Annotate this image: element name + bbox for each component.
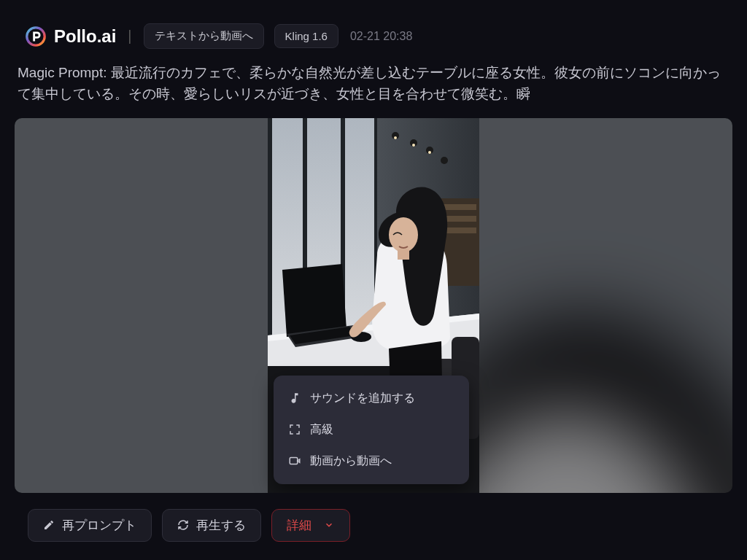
- button-label: 再プロンプト: [62, 517, 136, 534]
- timestamp: 02-21 20:38: [350, 30, 412, 43]
- svg-rect-33: [398, 249, 409, 260]
- music-note-icon: [288, 392, 301, 405]
- mode-pill[interactable]: テキストから動画へ: [144, 23, 264, 49]
- menu-item-video-to-video[interactable]: 動画から動画へ: [274, 446, 469, 477]
- fullscreen-icon: [288, 423, 301, 436]
- svg-point-17: [412, 144, 415, 147]
- svg-point-18: [428, 151, 431, 154]
- menu-item-label: サウンドを追加する: [310, 391, 415, 406]
- svg-marker-28: [282, 264, 347, 337]
- mode-label: テキストから動画へ: [155, 29, 253, 42]
- chevron-down-icon: [323, 519, 335, 531]
- svg-rect-7: [268, 118, 272, 337]
- header-divider: |: [128, 28, 131, 44]
- prompt-body: 最近流行のカフェで、柔らかな自然光が差し込むテーブルに座る女性。彼女の前にソコン…: [18, 65, 721, 101]
- brand-name: Pollo.ai: [54, 26, 116, 47]
- button-label: 詳細: [287, 517, 311, 534]
- prompt-label: Magic Prompt:: [18, 65, 107, 80]
- video-loop-icon: [288, 454, 301, 467]
- menu-item-label: 高級: [310, 422, 333, 438]
- pollo-logo-icon: [25, 26, 47, 47]
- header-bar: Pollo.ai | テキストから動画へ Kling 1.6 02-21 20:…: [0, 0, 747, 62]
- reprompt-button[interactable]: 再プロンプト: [28, 509, 152, 542]
- svg-point-16: [394, 136, 397, 139]
- model-label: Kling 1.6: [285, 30, 328, 42]
- footer-actions: 再プロンプト 再生する 詳細: [0, 509, 747, 542]
- details-button[interactable]: 詳細: [271, 509, 350, 542]
- generated-image-area[interactable]: サウンドを追加する 高級 動画から動画へ: [15, 118, 732, 493]
- menu-item-label: 動画から動画へ: [310, 454, 392, 469]
- pencil-icon: [43, 519, 55, 531]
- model-pill[interactable]: Kling 1.6: [274, 24, 338, 48]
- button-label: 再生する: [196, 517, 246, 534]
- svg-rect-34: [290, 458, 298, 464]
- refresh-icon: [177, 519, 189, 531]
- menu-item-premium[interactable]: 高級: [274, 414, 469, 446]
- prompt-text: Magic Prompt: 最近流行のカフェで、柔らかな自然光が差し込むテーブル…: [0, 62, 747, 118]
- regenerate-button[interactable]: 再生する: [162, 509, 261, 542]
- menu-item-add-sound[interactable]: サウンドを追加する: [274, 383, 469, 414]
- svg-point-15: [441, 157, 448, 164]
- brand-logo[interactable]: Pollo.ai: [25, 26, 116, 47]
- details-dropdown-menu: サウンドを追加する 高級 動画から動画へ: [274, 376, 469, 484]
